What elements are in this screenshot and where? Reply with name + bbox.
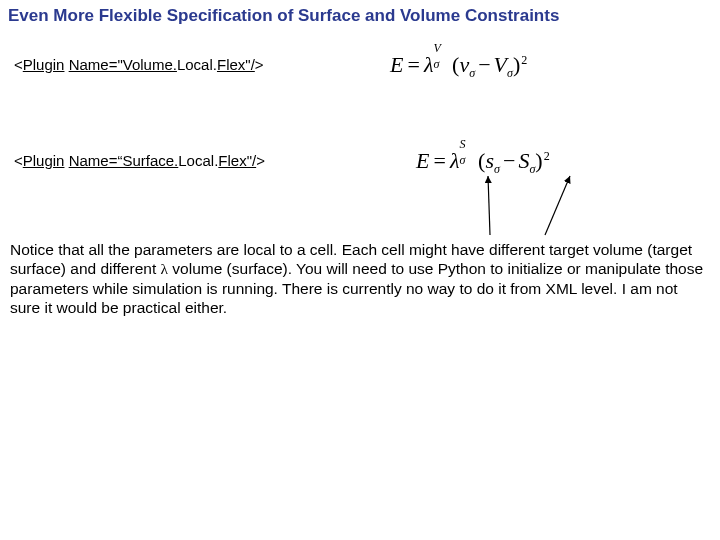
- slide-title: Even More Flexible Specification of Surf…: [8, 6, 559, 26]
- angle-open: <: [14, 152, 23, 169]
- sym-lambda: λ: [450, 148, 460, 173]
- lambda-subsup: Sσ: [459, 146, 478, 168]
- sym-E: E: [390, 52, 403, 77]
- sym-minus: −: [500, 148, 518, 173]
- sym-eq: =: [403, 52, 423, 77]
- V-sub: σ: [507, 66, 513, 80]
- plugin-volume-line: <Plugin Name="Volume.Local.Flex"/>: [14, 56, 264, 73]
- name-rest: Local.: [177, 56, 217, 73]
- inline-lambda: λ: [161, 260, 169, 277]
- name-attr: Name=“Surface.: [69, 152, 179, 169]
- lambda-sup: S: [459, 137, 465, 152]
- exp-2: 2: [521, 53, 527, 67]
- formula-surface: E=λSσ(sσ−Sσ)2: [416, 146, 549, 174]
- S-sub: σ: [529, 162, 535, 176]
- name-tail: Flex"/: [217, 56, 255, 73]
- angle-close: >: [255, 56, 264, 73]
- annotation-arrows: [440, 170, 640, 240]
- formula-volume: E=λVσ(νσ−Vσ)2: [390, 50, 526, 78]
- slide: Even More Flexible Specification of Surf…: [0, 0, 720, 540]
- angle-close: >: [256, 152, 265, 169]
- sym-minus: −: [475, 52, 493, 77]
- name-tail: Flex"/: [218, 152, 256, 169]
- name-attr: Name="Volume.: [69, 56, 177, 73]
- lambda-sup: V: [433, 41, 440, 56]
- nu-sub: σ: [469, 66, 475, 80]
- name-rest: Local.: [178, 152, 218, 169]
- sym-E: E: [416, 148, 429, 173]
- sym-V: V: [494, 52, 507, 77]
- plugin-kw: Plugin: [23, 152, 65, 169]
- angle-open: <: [14, 56, 23, 73]
- rparen: ): [535, 148, 542, 173]
- lambda-sub: σ: [459, 153, 465, 168]
- sym-eq: =: [429, 148, 449, 173]
- sym-lambda: λ: [424, 52, 434, 77]
- sym-s: s: [485, 148, 494, 173]
- body-paragraph: Notice that all the parameters are local…: [10, 240, 710, 318]
- plugin-kw: Plugin: [23, 56, 65, 73]
- sym-nu: ν: [459, 52, 469, 77]
- lambda-subsup: Vσ: [433, 50, 452, 72]
- plugin-surface-line: <Plugin Name=“Surface.Local.Flex"/>: [14, 152, 265, 169]
- sym-S: S: [518, 148, 529, 173]
- lambda-sub: σ: [433, 57, 439, 72]
- s-sub: σ: [494, 162, 500, 176]
- arrow-left: [488, 176, 490, 235]
- arrow-right: [545, 176, 570, 235]
- rparen: ): [513, 52, 520, 77]
- exp-2: 2: [544, 149, 550, 163]
